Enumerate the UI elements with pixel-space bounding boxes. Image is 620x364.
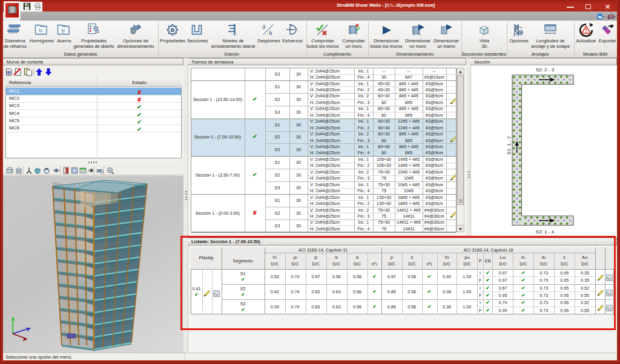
svg-text:h: h (269, 29, 272, 36)
svg-text:fy: fy (61, 28, 65, 33)
svg-text:δ: δ (262, 23, 266, 30)
svg-text:fc: fc (39, 28, 42, 33)
